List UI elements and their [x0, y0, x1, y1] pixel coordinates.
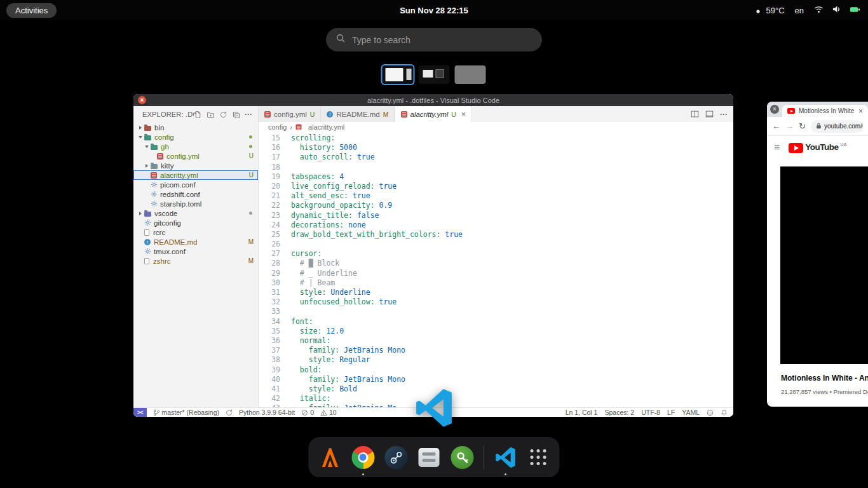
- vscode-window[interactable]: × alacritty.yml - .dotfiles - Visual Stu…: [133, 94, 733, 417]
- breadcrumb[interactable]: config › alacritty.yml: [259, 122, 733, 132]
- tree-item-picom.conf[interactable]: picom.conf: [133, 180, 258, 189]
- dock-item-keepassxc[interactable]: [449, 444, 475, 470]
- address-bar[interactable]: youtube.com/wa: [811, 120, 863, 133]
- toggle-layout-icon[interactable]: [705, 110, 714, 118]
- editor-tab-config.yml[interactable]: config.ymlU: [259, 106, 321, 122]
- dash-dock: [309, 437, 560, 477]
- window-close-button[interactable]: ×: [770, 105, 779, 114]
- forward-icon[interactable]: →: [785, 121, 794, 131]
- code-line: italic:: [291, 394, 330, 403]
- tab-label: README.md: [336, 111, 379, 118]
- tree-item-alacritty.yml[interactable]: alacritty.ymlU: [133, 170, 258, 180]
- youtube-logo[interactable]: YouTube UA: [789, 142, 846, 153]
- dock-item-files[interactable]: [416, 444, 442, 470]
- status-feedback-icon[interactable]: [707, 409, 714, 416]
- status-eol[interactable]: LF: [667, 409, 675, 416]
- new-folder-icon[interactable]: [207, 111, 215, 119]
- split-editor-icon[interactable]: [691, 110, 699, 118]
- activities-button[interactable]: Activities: [6, 3, 57, 18]
- window-title: alacritty.yml - .dotfiles - Visual Studi…: [367, 97, 499, 104]
- chrome-window[interactable]: × Motionless In White × ← → ↻ youtube.co…: [767, 102, 868, 407]
- tree-item-config[interactable]: config: [133, 132, 258, 142]
- folder-icon: [151, 145, 158, 150]
- status-indentation[interactable]: Spaces: 2: [604, 409, 634, 416]
- window-close-button[interactable]: ×: [138, 96, 146, 104]
- dock-item-chrome[interactable]: [350, 444, 376, 470]
- wifi-icon: [814, 5, 824, 15]
- tree-item-tmux.conf[interactable]: tmux.conf: [133, 247, 258, 256]
- editor-tab-alacritty.yml[interactable]: alacritty.ymlU×: [395, 106, 472, 122]
- tree-item-config.yml[interactable]: config.ymlU: [133, 151, 258, 161]
- search-icon: [336, 34, 346, 46]
- line-number: 34: [259, 317, 280, 327]
- chevron-collapsed-icon: [137, 210, 143, 216]
- editor-code-area[interactable]: 15scrolling:16 history: 500017 auto_scro…: [259, 132, 733, 407]
- status-label: 10: [329, 409, 337, 416]
- folder-icon: [144, 135, 151, 140]
- tab-close-icon[interactable]: ×: [461, 110, 466, 119]
- line-number: 36: [259, 336, 280, 346]
- tree-item-starship.toml[interactable]: starship.toml: [133, 199, 258, 208]
- line-number: 15: [259, 133, 280, 143]
- status-python-version[interactable]: Python 3.9.9 64-bit: [239, 409, 295, 416]
- workspace-thumbnail-1[interactable]: [383, 65, 414, 84]
- status-cursor-position[interactable]: Ln 1, Col 1: [566, 409, 598, 416]
- reload-icon[interactable]: ↻: [799, 121, 806, 131]
- tab-label: alacritty.yml: [410, 111, 449, 118]
- more-actions-icon[interactable]: ···: [720, 111, 728, 118]
- dock-item-show-apps[interactable]: [526, 444, 552, 470]
- config-file-icon: [151, 191, 158, 198]
- workspace-switcher: [383, 65, 486, 84]
- tree-item-label: kitty: [161, 162, 173, 170]
- remote-indicator[interactable]: ><: [133, 408, 147, 417]
- workspace-thumbnail-3[interactable]: [455, 65, 486, 84]
- tree-item-README.md[interactable]: iREADME.mdM: [133, 237, 258, 247]
- tree-item-gh[interactable]: gh: [133, 142, 258, 151]
- mini-window: [407, 69, 412, 80]
- clock[interactable]: Sun Nov 28 22:15: [400, 6, 468, 15]
- vscode-titlebar[interactable]: × alacritty.yml - .dotfiles - Visual Stu…: [133, 94, 733, 106]
- tree-item-vscode[interactable]: vscode: [133, 208, 258, 218]
- tree-item-bin[interactable]: bin: [133, 123, 258, 132]
- code-line: live_config_reload: true: [291, 182, 397, 191]
- tree-item-redshift.conf[interactable]: redshift.conf: [133, 189, 258, 199]
- breadcrumb-folder[interactable]: config: [268, 123, 287, 131]
- status-problems-warnings[interactable]: 10: [320, 409, 337, 416]
- status-git-branch[interactable]: master* (Rebasing): [153, 409, 219, 416]
- status-problems-errors[interactable]: 0: [301, 409, 314, 416]
- dock-item-vscode[interactable]: [492, 444, 519, 470]
- dock-item-alacritty[interactable]: [317, 444, 343, 470]
- line-number: 19: [259, 172, 280, 182]
- keyboard-layout-indicator[interactable]: en: [795, 6, 804, 15]
- tab-close-icon[interactable]: ×: [858, 107, 863, 116]
- search-input[interactable]: [352, 35, 517, 45]
- status-notifications-icon[interactable]: [721, 409, 728, 416]
- menu-icon[interactable]: ≡: [774, 142, 780, 153]
- line-number: 25: [259, 230, 280, 240]
- tree-item-label: picom.conf: [160, 181, 196, 189]
- search-bar[interactable]: [326, 28, 542, 51]
- tree-item-gitconfig[interactable]: gitconfig: [133, 218, 258, 227]
- breadcrumb-file[interactable]: alacritty.yml: [308, 123, 344, 131]
- browser-tab[interactable]: Motionless In White ×: [782, 105, 868, 117]
- new-file-icon[interactable]: [194, 111, 202, 119]
- collapse-folders-icon[interactable]: [232, 111, 240, 119]
- status-sync[interactable]: [226, 409, 233, 416]
- system-status-area[interactable]: [814, 5, 860, 15]
- tree-item-zshrc[interactable]: zshrcM: [133, 256, 258, 266]
- status-label: Python 3.9.9 64-bit: [239, 409, 295, 416]
- more-actions-icon[interactable]: ···: [245, 111, 252, 118]
- back-icon[interactable]: ←: [772, 121, 780, 131]
- editor-tab-README.md[interactable]: iREADME.mdM: [321, 106, 395, 122]
- video-player[interactable]: [780, 166, 868, 364]
- dock-item-steam[interactable]: [383, 444, 409, 470]
- status-language-mode[interactable]: YAML: [682, 409, 700, 416]
- refresh-explorer-icon[interactable]: [219, 111, 227, 119]
- tree-item-kitty[interactable]: kitty: [133, 161, 258, 170]
- workspace-thumbnail-2[interactable]: [419, 65, 450, 84]
- status-encoding[interactable]: UTF-8: [641, 409, 660, 416]
- code-line: background_opacity: 0.9: [291, 201, 392, 210]
- line-number: 41: [259, 384, 280, 394]
- yaml-file-icon: [264, 111, 271, 118]
- tree-item-rcrc[interactable]: rcrc: [133, 227, 258, 237]
